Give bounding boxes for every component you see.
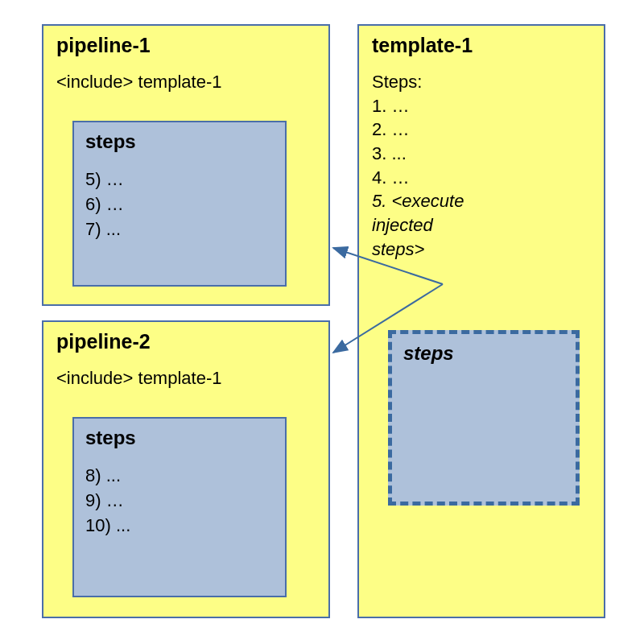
template-1-steps-placeholder: steps: [388, 330, 580, 506]
pipeline-2-include: <include> template-1: [43, 357, 328, 392]
pipeline-1-steps-box: steps 5) … 6) … 7) ...: [72, 121, 287, 287]
template-1-step-2: 2. …: [372, 118, 591, 142]
pipeline-1-steps-title: steps: [74, 122, 285, 156]
pipeline-2-steps-box: steps 8) ... 9) … 10) ...: [72, 417, 287, 597]
pipeline-1-steps-list: 5) … 6) … 7) ...: [74, 156, 285, 248]
template-1-steps-heading: Steps:: [372, 70, 591, 94]
template-1-step-3: 3. ...: [372, 142, 591, 166]
template-1-step-4: 4. …: [372, 166, 591, 190]
template-1-box: template-1 Steps: 1. … 2. … 3. ... 4. … …: [357, 24, 605, 618]
template-1-placeholder-title: steps: [392, 334, 576, 368]
pipeline-1-title: pipeline-1: [43, 26, 328, 60]
pipeline-2-steps-list: 8) ... 9) … 10) ...: [74, 452, 285, 544]
template-1-title: template-1: [359, 26, 604, 60]
pipeline-1-include: <include> template-1: [43, 60, 328, 96]
pipeline-2-steps-title: steps: [74, 419, 285, 452]
pipeline-2-box: pipeline-2 <include> template-1 steps 8)…: [42, 320, 330, 618]
template-1-step-1: 1. …: [372, 94, 591, 118]
template-1-exec-step: 5. <execute injected steps>: [372, 189, 591, 261]
template-1-body: Steps: 1. … 2. … 3. ... 4. … 5. <execute…: [359, 60, 604, 265]
pipeline-1-box: pipeline-1 <include> template-1 steps 5)…: [42, 24, 330, 306]
pipeline-2-title: pipeline-2: [43, 322, 328, 357]
